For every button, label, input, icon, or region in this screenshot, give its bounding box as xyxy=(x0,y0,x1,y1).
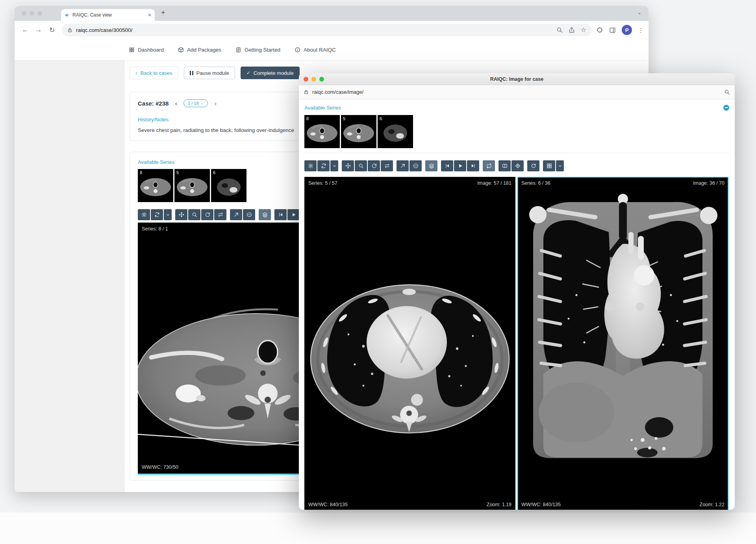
cine-tool-button[interactable] xyxy=(151,209,163,220)
browser-forward-button[interactable]: → xyxy=(33,26,44,34)
nav-dashboard[interactable]: Dashboard xyxy=(129,47,164,53)
collapse-series-icon[interactable] xyxy=(723,105,729,111)
dicom-viewport-coronal[interactable]: Series: 6 / 36 Image: 36 / 70 WW/WC: 840… xyxy=(517,177,728,510)
profile-avatar[interactable]: P xyxy=(622,25,632,35)
search-icon[interactable] xyxy=(724,89,730,95)
viewport-grid: Series: 5 / 57 Image: 57 / 181 WW/WC: 84… xyxy=(304,177,729,510)
close-window-button[interactable] xyxy=(304,77,308,82)
zoom-tool-button[interactable] xyxy=(355,160,367,171)
nav-about[interactable]: About RAIQC xyxy=(295,47,336,53)
layers-tool-button[interactable] xyxy=(425,160,437,171)
browser-menu-icon[interactable]: ⋮ xyxy=(638,27,644,33)
minimize-window-button[interactable] xyxy=(30,11,34,16)
share-icon[interactable] xyxy=(569,27,575,33)
url-bar[interactable]: raiqc.com/case/300500/ ☆ xyxy=(62,24,592,36)
rotate-icon xyxy=(371,163,377,169)
wwwc-tool-button[interactable] xyxy=(304,160,317,171)
skip-start-button[interactable] xyxy=(274,209,287,220)
ct-thumbnail-image xyxy=(341,115,376,148)
flip-tool-button[interactable] xyxy=(214,209,226,220)
zoom-tool-button[interactable] xyxy=(188,209,200,220)
popup-url-text: raiqc.com/case/image/ xyxy=(312,89,721,95)
pause-module-button[interactable]: Pause module xyxy=(184,67,235,79)
tool-dropdown-button[interactable] xyxy=(164,209,172,220)
annotate-tool-button[interactable] xyxy=(397,160,409,171)
nav-add-packages-label: Add Packages xyxy=(187,47,221,53)
ct-thumbnail-image xyxy=(304,115,340,148)
layers-tool-button[interactable] xyxy=(259,209,271,220)
popup-window-controls xyxy=(304,77,324,82)
arrow-icon xyxy=(233,212,239,217)
layers-icon xyxy=(429,163,434,169)
series-divider xyxy=(304,153,729,153)
series-thumbnail-8[interactable]: 8 xyxy=(138,169,173,202)
circle-minus-icon xyxy=(246,212,252,217)
previous-case-chevron-icon[interactable]: ‹ xyxy=(175,100,177,107)
refresh-button[interactable] xyxy=(527,160,539,171)
series-thumbnail-6[interactable]: 6 xyxy=(378,115,413,148)
zoom-window-button[interactable] xyxy=(37,11,42,16)
viewport-zoom-label: Zoom: 1.19 xyxy=(487,502,511,507)
annotate-tool-button[interactable] xyxy=(230,209,242,220)
minimize-window-button[interactable] xyxy=(311,77,316,82)
pan-tool-button[interactable] xyxy=(175,209,187,220)
dicom-viewport-axial[interactable]: Series: 5 / 57 Image: 57 / 181 WW/WC: 84… xyxy=(304,177,515,510)
cine-tool-button[interactable] xyxy=(317,160,330,171)
tab-strip-chevron-icon[interactable]: ⌄ xyxy=(637,10,641,15)
rotate-tool-button[interactable] xyxy=(368,160,380,171)
tool-dropdown-button[interactable] xyxy=(330,160,338,171)
series-thumbnail-8[interactable]: 8 xyxy=(304,115,340,148)
split-view-button[interactable] xyxy=(498,160,511,171)
target-tool-button[interactable] xyxy=(511,160,524,171)
target-icon xyxy=(515,163,521,169)
sidebar-icon[interactable] xyxy=(609,27,616,33)
series-thumbnail-5[interactable]: 5 xyxy=(341,115,376,148)
rotate-tool-button[interactable] xyxy=(201,209,213,220)
remove-tool-button[interactable] xyxy=(410,160,422,171)
next-case-chevron-icon[interactable]: › xyxy=(214,100,217,107)
play-button[interactable] xyxy=(454,160,466,171)
series-thumbnail-6[interactable]: 6 xyxy=(211,169,246,202)
nav-add-packages[interactable]: Add Packages xyxy=(178,47,221,53)
browser-back-button[interactable]: ← xyxy=(19,26,31,34)
magnifier-icon xyxy=(192,212,197,217)
wwwc-tool-button[interactable] xyxy=(138,209,150,220)
remove-tool-button[interactable] xyxy=(243,209,255,220)
extensions-puzzle-icon[interactable] xyxy=(597,27,603,33)
bookmark-star-icon[interactable]: ☆ xyxy=(581,27,586,33)
skip-start-button[interactable] xyxy=(441,160,453,171)
play-icon xyxy=(291,212,296,217)
ct-coronal-chest-image xyxy=(517,177,728,510)
repeat-tool-button[interactable] xyxy=(483,160,495,171)
zoom-icon[interactable] xyxy=(556,27,563,33)
skip-end-button[interactable] xyxy=(467,160,479,171)
refresh-icon xyxy=(531,163,536,169)
new-tab-button[interactable]: + xyxy=(161,9,165,16)
layout-grid-button[interactable] xyxy=(543,160,555,171)
back-to-cases-label: Back to cases xyxy=(141,70,172,76)
tab-case-view[interactable]: RAIQC: Case view × xyxy=(61,9,155,21)
series-thumbnail-5[interactable]: 5 xyxy=(174,169,210,202)
close-window-button[interactable] xyxy=(22,11,26,16)
popup-url-bar[interactable]: raiqc.com/case/image/ xyxy=(299,85,735,99)
flip-tool-button[interactable] xyxy=(381,160,393,171)
browser-reload-button[interactable]: ↻ xyxy=(46,26,58,35)
tab-close-icon[interactable]: × xyxy=(148,12,151,18)
case-pagination-dropdown[interactable]: 1 / 18 ⌄ xyxy=(183,99,208,107)
viewport-image-label: Image: 57 / 181 xyxy=(477,180,511,186)
zoom-window-button[interactable] xyxy=(319,77,324,82)
popup-titlebar[interactable]: RAIQC: Image for case xyxy=(299,73,735,85)
complete-module-button[interactable]: ✓ Complete module xyxy=(241,67,300,79)
tab-strip: RAIQC: Case view × + ⌄ xyxy=(15,6,649,21)
play-button[interactable] xyxy=(287,209,300,220)
nav-getting-started[interactable]: Getting Started xyxy=(235,47,280,53)
dicom-toolbar xyxy=(304,160,729,171)
lock-icon xyxy=(67,28,72,33)
chevron-down-icon: ⌄ xyxy=(201,102,204,105)
pause-module-label: Pause module xyxy=(196,70,229,76)
pan-tool-button[interactable] xyxy=(342,160,354,171)
back-to-cases-button[interactable]: ‹ Back to cases xyxy=(130,67,178,79)
viewport-image-label: Image: 36 / 70 xyxy=(693,180,724,186)
layout-dropdown-button[interactable] xyxy=(556,160,564,171)
popup-body: Available Series 8 5 6 xyxy=(299,99,735,510)
